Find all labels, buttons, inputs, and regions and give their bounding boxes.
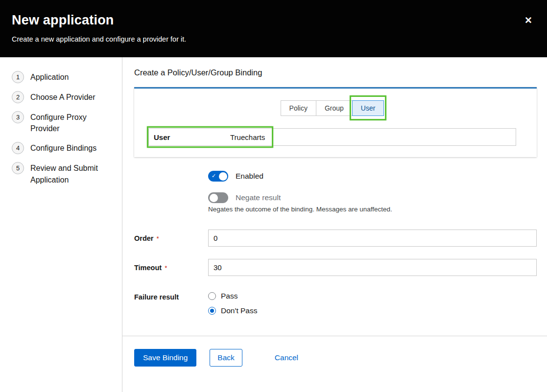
radio-pass[interactable]: Pass xyxy=(208,292,537,300)
step-label: Review and Submit Application xyxy=(30,162,101,185)
negate-toggle-control: Negate result xyxy=(208,192,537,203)
timeout-label-text: Timeout xyxy=(134,264,162,272)
order-row: Order* xyxy=(134,230,537,247)
negate-help-text: Negates the outcome of the binding. Mess… xyxy=(208,206,537,213)
required-marker: * xyxy=(165,264,167,272)
radio-pass-label: Pass xyxy=(221,292,238,300)
radio-circle xyxy=(208,307,216,315)
step-number: 4 xyxy=(12,142,24,154)
step-content: Create a Policy/User/Group Binding Polic… xyxy=(122,57,547,392)
enabled-toggle-control: ✓ Enabled xyxy=(208,171,537,182)
radio-dont-pass-label: Don't Pass xyxy=(221,306,257,315)
sidebar-item-application[interactable]: 1 Application xyxy=(12,71,113,83)
step-label: Configure Bindings xyxy=(30,142,96,154)
order-label-text: Order xyxy=(134,234,154,242)
page-title: Create a Policy/User/Group Binding xyxy=(134,68,537,77)
failure-result-row: Failure result Pass Don't Pass xyxy=(134,292,537,315)
tab-policy[interactable]: Policy xyxy=(281,100,316,116)
step-label: Choose A Provider xyxy=(30,92,95,103)
check-icon: ✓ xyxy=(212,172,216,180)
negate-help-row: Negates the outcome of the binding. Mess… xyxy=(134,206,537,213)
new-application-modal: New application Create a new application… xyxy=(0,0,547,392)
negate-result-row: Negate result xyxy=(134,192,537,203)
step-number: 3 xyxy=(12,111,24,123)
timeout-input[interactable] xyxy=(208,259,537,276)
order-input[interactable] xyxy=(208,230,537,247)
step-number: 1 xyxy=(12,71,24,83)
sidebar-item-configure-proxy-provider[interactable]: 3 Configure Proxy Provider xyxy=(12,112,113,134)
timeout-label: Timeout* xyxy=(134,264,208,272)
step-label: Configure Proxy Provider xyxy=(30,112,101,134)
radio-dont-pass[interactable]: Don't Pass xyxy=(208,306,537,315)
back-button[interactable]: Back xyxy=(210,349,242,367)
sidebar-item-choose-provider[interactable]: 2 Choose A Provider xyxy=(12,92,113,103)
user-binding-row: User Truecharts xyxy=(148,128,516,146)
enabled-toggle[interactable]: ✓ xyxy=(208,171,228,182)
step-number: 5 xyxy=(12,162,24,174)
wizard-subtitle: Create a new application and configure a… xyxy=(12,35,535,43)
wizard-body: 1 Application 2 Choose A Provider 3 Conf… xyxy=(0,57,547,392)
failure-result-radio-group: Pass Don't Pass xyxy=(208,292,537,315)
toggle-knob xyxy=(219,172,227,181)
failure-result-label: Failure result xyxy=(134,293,208,301)
negate-result-toggle-label: Negate result xyxy=(236,193,281,202)
footer-divider xyxy=(122,336,547,336)
cancel-button[interactable]: Cancel xyxy=(274,349,299,366)
toggle-knob xyxy=(210,194,218,202)
step-label: Application xyxy=(30,71,69,83)
close-icon: ✕ xyxy=(524,15,532,25)
tab-group[interactable]: Group xyxy=(316,100,353,116)
sidebar-item-review-submit[interactable]: 5 Review and Submit Application xyxy=(12,162,113,185)
close-button[interactable]: ✕ xyxy=(523,14,534,27)
enabled-row: ✓ Enabled xyxy=(134,171,537,182)
wizard-title: New application xyxy=(12,13,535,28)
tab-user[interactable]: User xyxy=(352,100,384,116)
enabled-toggle-label: Enabled xyxy=(236,172,263,181)
order-label: Order* xyxy=(134,234,208,242)
step-number: 2 xyxy=(12,91,24,103)
wizard-steps-nav: 1 Application 2 Choose A Provider 3 Conf… xyxy=(0,57,122,392)
binding-type-tab-group: Policy Group User xyxy=(142,100,523,116)
footer-actions: Save Binding Back Cancel xyxy=(134,349,537,367)
wizard-header: New application Create a new application… xyxy=(0,0,547,57)
timeout-row: Timeout* xyxy=(134,259,537,276)
tab-user-wrap: User xyxy=(352,100,384,116)
save-binding-button[interactable]: Save Binding xyxy=(134,349,196,367)
user-row-label: User xyxy=(154,133,230,141)
user-select[interactable]: Truecharts xyxy=(230,133,265,141)
sidebar-item-configure-bindings[interactable]: 4 Configure Bindings xyxy=(12,142,113,154)
required-marker: * xyxy=(157,235,159,242)
binding-card: Policy Group User User Truecharts xyxy=(134,87,537,157)
negate-result-toggle[interactable] xyxy=(208,192,228,203)
radio-circle xyxy=(208,292,216,300)
